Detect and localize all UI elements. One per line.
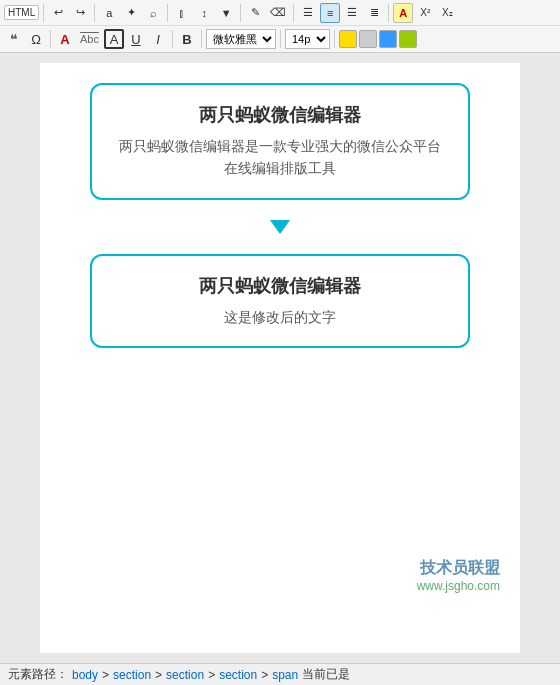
btn-align-center[interactable]: ≡ <box>320 3 340 23</box>
btn-color-block2[interactable] <box>359 30 377 48</box>
btn-italic[interactable]: I <box>148 29 168 49</box>
font-family-select[interactable]: 微软雅黑 <box>206 29 276 49</box>
btn-a[interactable]: a <box>99 3 119 23</box>
btn-subscript[interactable]: X₂ <box>437 3 457 23</box>
box1-body: 两只蚂蚁微信编辑器是一款专业强大的微信公众平台在线编辑排版工具 <box>116 135 444 180</box>
btn-underline[interactable]: U <box>126 29 146 49</box>
status-bar: 元素路径： body > section > section > section… <box>0 663 560 685</box>
status-link-body[interactable]: body <box>72 668 98 682</box>
undo-button[interactable]: ↩ <box>48 3 68 23</box>
watermark: 技术员联盟 www.jsgho.com <box>417 558 500 593</box>
status-sep4: > <box>261 668 268 682</box>
btn-A-underline[interactable]: A <box>104 29 124 49</box>
separator3 <box>167 4 168 22</box>
toolbar-row2: ❝ Ω A Abc A U I B 微软雅黑 14px <box>0 26 560 52</box>
btn-align-right[interactable]: ☰ <box>342 3 362 23</box>
arrow-down-icon <box>270 220 290 234</box>
status-sep2: > <box>155 668 162 682</box>
btn-highlight[interactable]: A <box>393 3 413 23</box>
status-link-section3[interactable]: section <box>219 668 257 682</box>
btn-align-left[interactable]: ☰ <box>298 3 318 23</box>
toolbar-row1: HTML ↩ ↪ a ✦ ⌕ ⫿ ↕ ▼ ✎ ⌫ ☰ ≡ ☰ ≣ A X² X₂ <box>0 0 560 26</box>
status-link-section1[interactable]: section <box>113 668 151 682</box>
btn-font-a[interactable]: A <box>55 29 75 49</box>
separator10 <box>280 30 281 48</box>
btn-pipe[interactable]: ⫿ <box>172 3 192 23</box>
btn-abc[interactable]: Abc <box>77 29 102 49</box>
status-link-span[interactable]: span <box>272 668 298 682</box>
toolbar: HTML ↩ ↪ a ✦ ⌕ ⫿ ↕ ▼ ✎ ⌫ ☰ ≡ ☰ ≣ A X² X₂… <box>0 0 560 53</box>
btn-pencil[interactable]: ✎ <box>245 3 265 23</box>
btn-quote[interactable]: ❝ <box>4 29 24 49</box>
status-sep1: > <box>102 668 109 682</box>
separator9 <box>201 30 202 48</box>
btn-bold[interactable]: B <box>177 29 197 49</box>
btn-omega[interactable]: Ω <box>26 29 46 49</box>
btn-color-block1[interactable] <box>339 30 357 48</box>
btn-color-block3[interactable] <box>379 30 397 48</box>
status-suffix: 当前已是 <box>302 666 350 683</box>
content-box-2[interactable]: 两只蚂蚁微信编辑器 这是修改后的文字 <box>90 254 470 348</box>
box2-title: 两只蚂蚁微信编辑器 <box>116 274 444 298</box>
separator5 <box>293 4 294 22</box>
font-size-select[interactable]: 14px <box>285 29 330 49</box>
redo-button[interactable]: ↪ <box>70 3 90 23</box>
editor-area: 两只蚂蚁微信编辑器 两只蚂蚁微信编辑器是一款专业强大的微信公众平台在线编辑排版工… <box>0 53 560 663</box>
btn-color-block4[interactable] <box>399 30 417 48</box>
content-box-1[interactable]: 两只蚂蚁微信编辑器 两只蚂蚁微信编辑器是一款专业强大的微信公众平台在线编辑排版工… <box>90 83 470 200</box>
editor-canvas: 两只蚂蚁微信编辑器 两只蚂蚁微信编辑器是一款专业强大的微信公众平台在线编辑排版工… <box>40 63 520 653</box>
status-link-section2[interactable]: section <box>166 668 204 682</box>
watermark-line2: www.jsgho.com <box>417 579 500 593</box>
btn-search[interactable]: ⌕ <box>143 3 163 23</box>
btn-arrow-updown[interactable]: ↕ <box>194 3 214 23</box>
btn-filter[interactable]: ▼ <box>216 3 236 23</box>
html-label: HTML <box>4 5 39 20</box>
separator1 <box>43 4 44 22</box>
separator2 <box>94 4 95 22</box>
watermark-line1: 技术员联盟 <box>417 558 500 579</box>
btn-align-justify[interactable]: ≣ <box>364 3 384 23</box>
status-prefix: 元素路径： <box>8 666 68 683</box>
separator6 <box>388 4 389 22</box>
btn-eraser[interactable]: ⌫ <box>267 3 289 23</box>
status-sep3: > <box>208 668 215 682</box>
btn-superscript[interactable]: X² <box>415 3 435 23</box>
box2-body: 这是修改后的文字 <box>116 306 444 328</box>
separator7 <box>50 30 51 48</box>
separator8 <box>172 30 173 48</box>
box1-title: 两只蚂蚁微信编辑器 <box>116 103 444 127</box>
btn-magic[interactable]: ✦ <box>121 3 141 23</box>
separator11 <box>334 30 335 48</box>
separator4 <box>240 4 241 22</box>
